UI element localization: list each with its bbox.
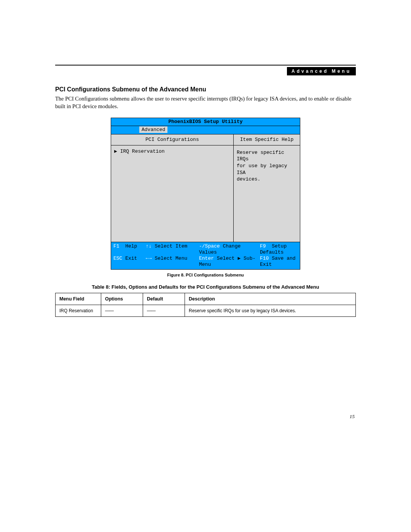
section-body: The PCI Configurations submenu allows th…	[55, 95, 356, 110]
section-title: PCI Configurations Submenu of the Advanc…	[55, 86, 356, 93]
th-menu-field: Menu Field	[56, 293, 101, 305]
td-menu-field: IRQ Reservation	[56, 305, 101, 316]
header-section-label: Advanced Menu	[287, 67, 356, 75]
bios-left-header: PCI Configurations	[111, 134, 233, 145]
bios-screenshot: PhoenixBIOS Setup Utility Advanced PCI C…	[111, 118, 300, 270]
bios-key: ESC	[113, 256, 122, 261]
bios-help-line: Reserve specific IRQs	[237, 149, 297, 163]
table-caption: Table 8: Fields, Options and Defaults fo…	[55, 284, 356, 290]
bios-key: F10	[260, 256, 269, 261]
td-options: ——	[101, 305, 143, 316]
td-description: Reserve specific IRQs for use by legacy …	[185, 305, 356, 316]
bios-key: -/Space	[199, 243, 220, 249]
bios-title: PhoenixBIOS Setup Utility	[111, 118, 300, 126]
bios-key: F1	[113, 243, 119, 249]
th-default: Default	[143, 293, 185, 305]
figure-caption: Figure 8. PCI Configurations Submenu	[55, 273, 356, 277]
bios-key-label: Exit	[125, 256, 137, 261]
top-rule	[55, 65, 356, 66]
bios-right-header: Item Specific Help	[234, 134, 300, 145]
bios-tab-row: Advanced	[111, 126, 300, 134]
page-number: 15	[350, 414, 355, 420]
th-description: Description	[185, 293, 356, 305]
bios-menu-item-label: IRQ Reservation	[120, 149, 165, 154]
bios-menu-item-irq: ▶ IRQ Reservation	[114, 149, 230, 155]
bios-key-label: Help	[125, 243, 137, 249]
bios-key-label: Select Menu	[155, 256, 187, 261]
table-row: IRQ Reservation —— —— Reserve specific I…	[56, 305, 356, 316]
th-options: Options	[101, 293, 143, 305]
bios-footer: F1 Help ↑↓ Select Item -/Space Change Va…	[111, 242, 300, 269]
header-bar: Advanced Menu	[55, 67, 356, 75]
bios-key-label: Select Item	[155, 243, 187, 249]
bios-help-line: for use by legacy ISA	[237, 163, 297, 176]
fields-table: Menu Field Options Default Description I…	[55, 293, 356, 317]
bios-key: Enter	[199, 256, 214, 261]
table-header-row: Menu Field Options Default Description	[56, 293, 356, 305]
bios-key: ←→	[146, 256, 152, 261]
td-default: ——	[143, 305, 185, 316]
bios-key: F9	[260, 243, 266, 249]
bios-tab-advanced: Advanced	[139, 126, 167, 133]
bios-help-text: Reserve specific IRQs for use by legacy …	[234, 145, 300, 187]
bios-help-line: devices.	[237, 176, 297, 183]
bios-key: ↑↓	[146, 243, 152, 249]
